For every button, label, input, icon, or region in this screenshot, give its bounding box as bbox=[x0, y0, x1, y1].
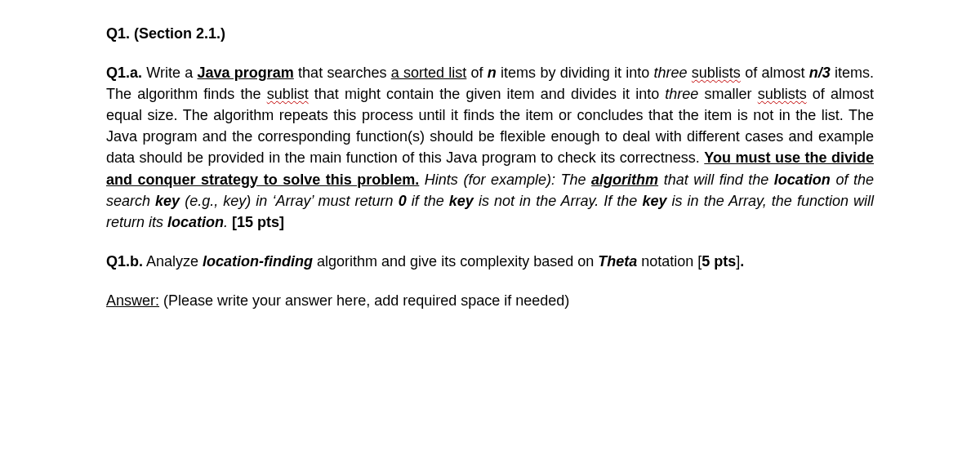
text-key-2: key bbox=[449, 193, 474, 209]
answer-placeholder-text: (Please write your answer here, add requ… bbox=[159, 292, 569, 309]
text-theta: Theta bbox=[598, 253, 637, 270]
text-location: location bbox=[774, 172, 831, 188]
q1a-label: Q1.a. bbox=[106, 65, 142, 81]
text-three-2: three bbox=[665, 86, 698, 102]
q1-heading: Q1. (Section 2.1.) bbox=[106, 23, 874, 44]
text-n3: n/3 bbox=[809, 65, 831, 81]
text: is not in the Array. If the bbox=[474, 193, 643, 209]
text-dot: . bbox=[740, 253, 744, 270]
text-sublist: sublist bbox=[267, 86, 309, 102]
text-sublists: sublists bbox=[692, 65, 741, 81]
text: algorithm and give its complexity based … bbox=[313, 253, 598, 270]
q1a-paragraph: Q1.a. Write a Java program that searches… bbox=[106, 62, 874, 233]
text: of bbox=[466, 65, 488, 81]
text: of almost bbox=[741, 65, 809, 81]
points-value: 5 pts bbox=[702, 253, 736, 270]
text: that will find the bbox=[658, 172, 774, 188]
q1b-paragraph: Q1.b. Analyze location-finding algorithm… bbox=[106, 251, 874, 272]
points-bracket-close: ] bbox=[279, 214, 284, 230]
text-three: three bbox=[654, 65, 688, 81]
document-page: Q1. (Section 2.1.) Q1.a. Write a Java pr… bbox=[0, 0, 980, 450]
text-java-program: Java program bbox=[198, 65, 294, 81]
text-sorted-list: a sorted list bbox=[391, 65, 467, 81]
points-value: 15 pts bbox=[237, 214, 279, 230]
text: smaller bbox=[698, 86, 757, 102]
text-hints: Hints (for example): The bbox=[419, 172, 591, 188]
answer-label: Answer: bbox=[106, 292, 159, 309]
text-n: n bbox=[488, 65, 497, 81]
text-zero: 0 bbox=[399, 193, 407, 209]
points-bracket-open: [ bbox=[228, 214, 237, 230]
text-algorithm: algorithm bbox=[591, 172, 658, 188]
text: notation [ bbox=[637, 253, 702, 270]
text-key: key bbox=[155, 193, 180, 209]
text-location-2: location bbox=[167, 214, 224, 230]
q1b-label: Q1.b. bbox=[106, 253, 143, 270]
text: that searches bbox=[294, 65, 391, 81]
answer-paragraph: Answer: (Please write your answer here, … bbox=[106, 290, 874, 311]
text: items by dividing it into bbox=[497, 65, 654, 81]
text: Analyze bbox=[143, 253, 203, 270]
text-location-finding: location-finding bbox=[203, 253, 313, 270]
text: if the bbox=[407, 193, 449, 209]
text: Write a bbox=[142, 65, 197, 81]
text-key-3: key bbox=[642, 193, 666, 209]
text: (e.g., key) in ‘Array’ must return bbox=[180, 193, 398, 209]
text: that might contain the given item and di… bbox=[309, 86, 666, 102]
text-sublists-2: sublists bbox=[758, 86, 807, 102]
